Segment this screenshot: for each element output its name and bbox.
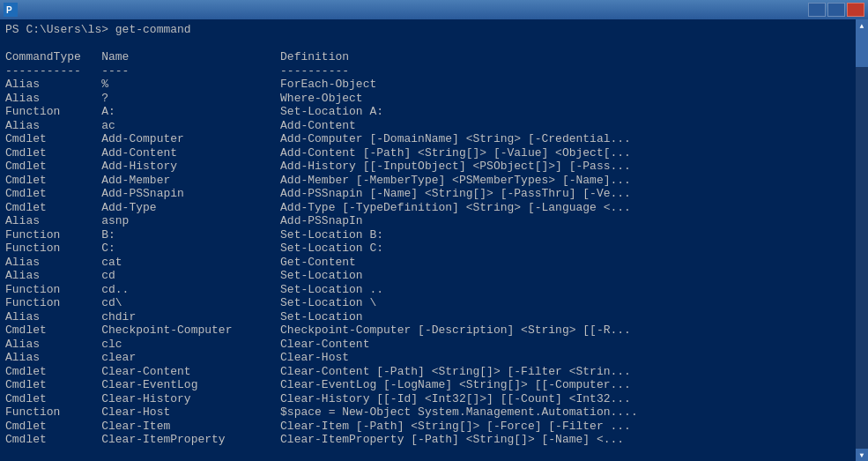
powershell-icon: P xyxy=(4,3,18,17)
scroll-up-arrow[interactable]: ▲ xyxy=(856,19,868,32)
scroll-down-arrow[interactable]: ▼ xyxy=(856,449,868,461)
maximize-button[interactable] xyxy=(827,3,845,17)
close-button[interactable] xyxy=(847,3,864,17)
title-bar: P xyxy=(0,0,868,19)
console-output[interactable]: PS C:\Users\ls> get-command CommandType … xyxy=(0,19,856,461)
svg-text:P: P xyxy=(6,5,12,15)
scrollbar[interactable]: ▲ ▼ xyxy=(856,19,868,461)
minimize-button[interactable] xyxy=(808,3,826,17)
scroll-thumb[interactable] xyxy=(856,32,868,67)
scroll-track xyxy=(856,32,868,449)
window-controls xyxy=(808,3,864,17)
console-wrapper: PS C:\Users\ls> get-command CommandType … xyxy=(0,19,868,461)
